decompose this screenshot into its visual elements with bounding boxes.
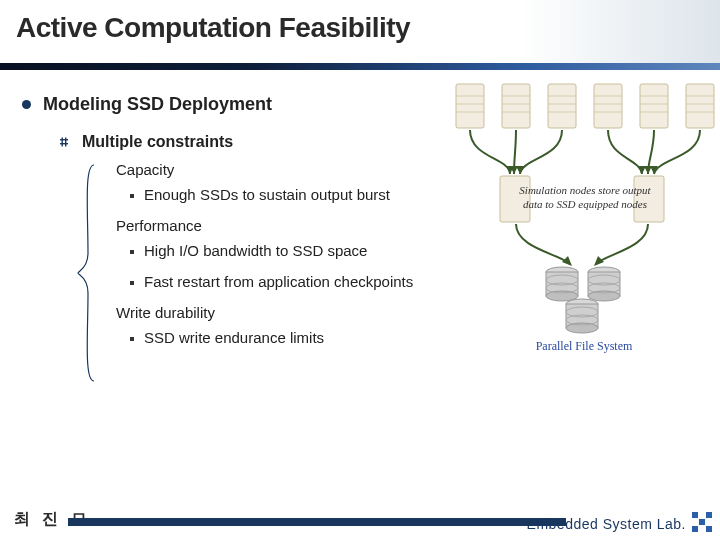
square-bullet-icon [130,337,134,341]
lab-name: Embedded System Lab. [527,516,686,532]
lab-logo-icon [690,510,714,534]
svg-rect-6 [548,84,576,128]
pound-bullet-icon [58,136,70,148]
svg-rect-1 [60,143,68,144]
performance-item-1: High I/O bandwidth to SSD space [144,242,367,259]
diagram-caption-2: data to SSD equipped nodes [523,198,647,210]
diagram-caption-1: Simulation nodes store output [519,184,651,196]
performance-item-2: Fast restart from application checkpoint… [144,273,413,290]
brace-icon [76,163,96,383]
square-bullet-icon [130,194,134,198]
svg-rect-4 [456,84,484,128]
footer-bar [68,518,566,526]
capacity-item-1: Enough SSDs to sustain output burst [144,186,390,203]
svg-rect-56 [692,526,698,532]
svg-rect-9 [686,84,714,128]
svg-rect-8 [640,84,668,128]
svg-rect-3 [65,138,66,147]
title-underline [0,63,720,70]
svg-rect-57 [706,526,712,532]
svg-rect-2 [62,138,63,147]
svg-rect-53 [692,512,698,518]
diagram-pfs-label: Parallel File System [536,339,633,353]
square-bullet-icon [130,250,134,254]
svg-rect-7 [594,84,622,128]
square-bullet-icon [130,281,134,285]
svg-rect-55 [699,519,705,525]
durability-item-1: SSD write endurance limits [144,329,324,346]
svg-rect-0 [60,139,68,140]
svg-rect-54 [706,512,712,518]
svg-rect-5 [502,84,530,128]
heading-l2: Multiple constraints [82,133,233,151]
svg-marker-37 [594,256,604,266]
svg-marker-36 [562,256,572,266]
heading-l1: Modeling SSD Deployment [43,94,272,115]
architecture-diagram: Simulation nodes store output data to SS… [440,78,720,358]
bullet-level1-icon [22,100,31,109]
